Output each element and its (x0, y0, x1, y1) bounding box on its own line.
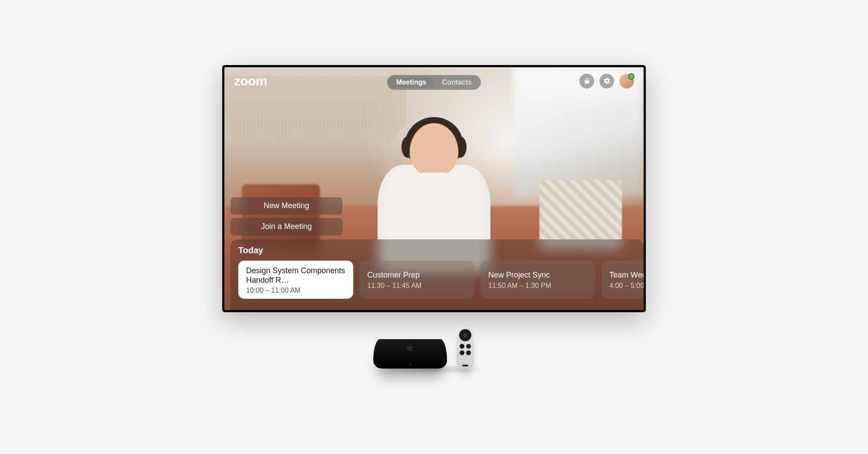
zoom-app-screen: zoom Meetings Contacts New Meet (224, 67, 644, 310)
meeting-title: New Project Sync (488, 270, 588, 280)
hardware (373, 321, 495, 369)
meeting-time: 10:00 – 11:00 AM (246, 287, 345, 294)
remote-clickwheel (459, 329, 471, 341)
meeting-card[interactable]: Customer Prep11:30 – 11:45 AM (359, 261, 474, 299)
apple-logo-icon (407, 343, 414, 351)
meeting-card[interactable]: Design System Components Handoff R…10:00… (238, 261, 353, 299)
remote-buttons (460, 344, 471, 355)
today-heading: Today (238, 245, 644, 255)
gear-icon (603, 77, 611, 85)
apple-tv-remote (457, 327, 474, 369)
apple-tv-device (373, 339, 447, 369)
tab-switcher: Meetings Contacts (387, 75, 481, 90)
today-meeting-list: Design System Components Handoff R…10:00… (238, 261, 644, 299)
remote-port (462, 365, 468, 366)
zoom-logo: zoom (234, 74, 267, 88)
tab-contacts[interactable]: Contacts (434, 76, 479, 88)
join-meeting-button[interactable]: Join a Meeting (230, 218, 342, 235)
tab-meetings[interactable]: Meetings (388, 76, 434, 88)
bg-pillow-right (539, 180, 622, 249)
header-actions (579, 74, 634, 88)
today-panel: Today Design System Components Handoff R… (230, 239, 644, 310)
top-bar: zoom Meetings Contacts (224, 67, 644, 95)
lock-button[interactable] (579, 74, 594, 88)
meeting-time: 11:30 – 11:45 AM (367, 282, 467, 290)
quick-actions: New Meeting Join a Meeting (230, 197, 342, 235)
meeting-time: 11:50 AM – 1:30 PM (488, 282, 588, 290)
tv-frame: zoom Meetings Contacts New Meet (222, 65, 646, 312)
new-meeting-button[interactable]: New Meeting (230, 197, 342, 215)
meeting-card[interactable]: Team Wee4:00 – 5:00 (602, 261, 644, 299)
meeting-time: 4:00 – 5:00 (609, 282, 644, 290)
user-avatar[interactable] (619, 74, 634, 88)
meeting-title: Team Wee (609, 270, 644, 280)
product-scene: zoom Meetings Contacts New Meet (106, 56, 762, 399)
meeting-title: Customer Prep (367, 270, 467, 280)
apple-tv-status-led (410, 364, 411, 365)
lock-icon (583, 77, 591, 85)
meeting-title: Design System Components Handoff R… (246, 266, 345, 285)
meeting-card[interactable]: New Project Sync11:50 AM – 1:30 PM (480, 261, 595, 299)
settings-button[interactable] (599, 74, 614, 88)
